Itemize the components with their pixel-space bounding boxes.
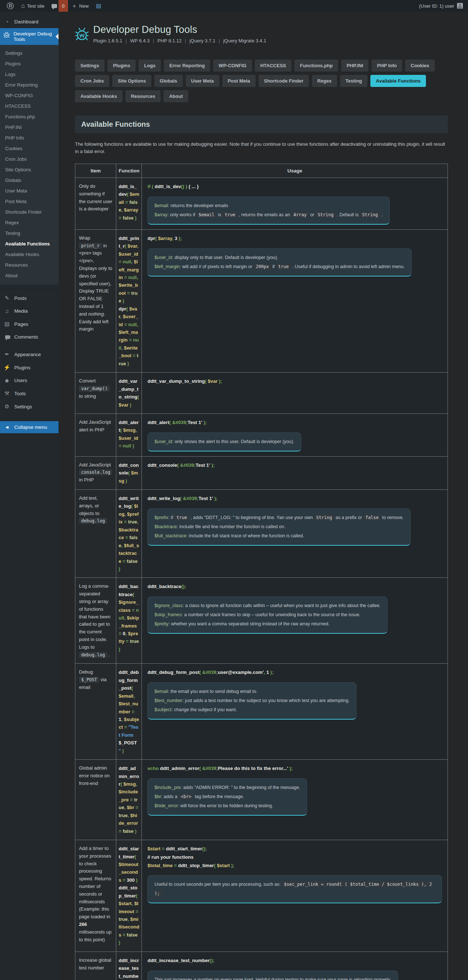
docs-book-button[interactable]: ▤ — [93, 0, 105, 12]
sidebar-subitem-testing[interactable]: Testing — [0, 228, 59, 239]
tab-error-reporting[interactable]: Error Reporting — [164, 59, 210, 72]
tab-shortcode-finder[interactable]: Shortcode Finder — [259, 75, 309, 87]
text-segment: : whether you want a comma separated str… — [169, 621, 330, 627]
usage-code-line: dpr( $array, 3 ); — [147, 234, 442, 243]
sidebar-subitem-php-ini[interactable]: PHP.INI — [0, 122, 59, 133]
sidebar-subitem-resources[interactable]: Resources — [0, 260, 59, 270]
sidebar-item-plugins[interactable]: ⚡Plugins — [0, 361, 59, 374]
tab-resources[interactable]: Resources — [125, 90, 161, 102]
sidebar-subitem-post-meta[interactable]: Post Meta — [0, 196, 59, 207]
tab-available-hooks[interactable]: Available Hooks — [75, 90, 123, 102]
sidebar-item-posts[interactable]: ✎Posts — [0, 291, 59, 305]
text-segment: if — [271, 264, 276, 269]
bug-logo-icon — [75, 27, 89, 41]
text-segment: ) — [121, 748, 124, 754]
tab-logs[interactable]: Logs — [139, 59, 161, 72]
version-item: PHP 8.1.12 — [158, 38, 182, 43]
text-segment: $user_id — [118, 435, 138, 441]
sidebar-subitem-available-hooks[interactable]: Available Hooks — [0, 249, 59, 260]
comments-icon — [3, 334, 11, 340]
item-cell: Only do something if the current user is… — [75, 178, 116, 230]
sidebar-subitem-available-functions[interactable]: Available Functions — [0, 239, 59, 249]
table-header-row: ItemFunctionUsage — [75, 164, 448, 178]
account-menu[interactable]: (User ID: 1) user — [419, 3, 463, 9]
sidebar-subitem-globals[interactable]: Globals — [0, 175, 59, 186]
sidebar-subitem-php-info[interactable]: PHP Info — [0, 133, 59, 143]
tab-post-meta[interactable]: Post Meta — [222, 75, 256, 87]
sidebar-subitem-shortcode-finder[interactable]: Shortcode Finder — [0, 207, 59, 217]
wordpress-logo-menu[interactable]: Ⓡ — [3, 0, 18, 12]
text-segment: ); — [289, 765, 293, 771]
sidebar-item-media[interactable]: ♫Media — [0, 305, 59, 317]
text-segment: 1 — [118, 717, 121, 722]
function-cell: ddtt_admin_error( $msg, $include_pre = t… — [116, 760, 142, 840]
sidebar-item-dashboard[interactable]: ◔ Dashboard — [0, 15, 59, 28]
sidebar-subitem-about[interactable]: About — [0, 270, 59, 281]
text-segment: = — [129, 797, 134, 802]
sidebar-subitem-wp-config[interactable]: WP-CONFIG — [0, 90, 59, 101]
inline-code-chip: String — [316, 212, 335, 218]
inline-code-chip: var_dump() — [79, 386, 110, 391]
tab-cron-jobs[interactable]: Cron Jobs — [75, 75, 109, 87]
sidebar-subitem-functions-php[interactable]: Functions.php — [0, 111, 59, 122]
tab-cookies[interactable]: Cookies — [405, 59, 435, 72]
text-segment: Add JavaScript alert in PHP — [79, 419, 111, 433]
tab-php-ini[interactable]: PHP.INI — [341, 59, 369, 72]
comments-admin-link[interactable] — [48, 0, 59, 12]
tab-available-functions[interactable]: Available Functions — [371, 75, 426, 87]
sidebar-subitem-settings[interactable]: Settings — [0, 48, 59, 59]
tab-globals[interactable]: Globals — [154, 75, 183, 87]
sidebar-subitem-regex[interactable]: Regex — [0, 217, 59, 228]
sidebar-subitem-plugins[interactable]: Plugins — [0, 59, 59, 69]
tab-site-options[interactable]: Site Options — [112, 75, 152, 87]
text-segment: ( — [199, 670, 202, 675]
sidebar-item-developer-debug-tools[interactable]: Developer Debug Tools — [0, 28, 59, 45]
tab-testing[interactable]: Testing — [340, 75, 367, 87]
text-segment: = — [134, 909, 138, 914]
sidebar-subitem-logs[interactable]: Logs — [0, 69, 59, 80]
sidebar-subitem-cron-jobs[interactable]: Cron Jobs — [0, 154, 59, 164]
usage-cell: echo ddtt_admin_error( &#039;Please do t… — [142, 760, 448, 840]
menu-label: Collapse menu — [14, 425, 47, 430]
text-segment: &#039; — [202, 670, 218, 675]
text-segment: ); — [204, 420, 207, 425]
sidebar-subitem-cookies[interactable]: Cookies — [0, 143, 59, 154]
text-segment: : include the full stack trace of where … — [186, 533, 304, 538]
note-line: $full_stacktrace: include the full stack… — [154, 531, 404, 541]
tools-icon: ⚒ — [3, 390, 11, 397]
tab-plugins[interactable]: Plugins — [107, 59, 136, 72]
sidebar-item-appearance[interactable]: ✒Appearance — [0, 348, 59, 361]
sidebar-item-tools[interactable]: ⚒Tools — [0, 387, 59, 400]
text-segment: $var — [208, 379, 217, 384]
sidebar-item-users[interactable]: ☻Users — [0, 374, 59, 387]
note-line: $pretty: whether you want a comma separa… — [154, 619, 380, 628]
tab-php-info[interactable]: PHP Info — [372, 59, 402, 72]
tab-htaccess[interactable]: HTACCESS — [255, 59, 292, 72]
sidebar-subitem-user-meta[interactable]: User Meta — [0, 186, 59, 196]
tab-regex[interactable]: Regex — [312, 75, 337, 87]
tab-functions-php[interactable]: Functions.php — [294, 59, 338, 72]
text-segment: : will add # of pixels to left margin or — [179, 264, 253, 269]
text-segment: ddtt_increase_test_number — [118, 958, 139, 980]
comment-count-badge[interactable]: 0 — [59, 0, 68, 12]
sidebar-subitem-htaccess[interactable]: HTACCESS — [0, 101, 59, 111]
tab-about[interactable]: About — [163, 90, 188, 102]
tab-user-meta[interactable]: User Meta — [186, 75, 219, 87]
new-content-button[interactable]: ＋ New — [68, 0, 93, 12]
page-header: Developer Debug Tools Plugin 1.6.5.1|WP … — [75, 12, 448, 43]
item-cell: Add JavaScript alert in PHP — [75, 414, 116, 456]
note-line: $ignore_class: a class to ignore all fun… — [154, 601, 380, 610]
tab-wp-config[interactable]: WP-CONFIG — [213, 59, 252, 72]
sidebar-subitem-site-options[interactable]: Site Options — [0, 164, 59, 175]
sidebar-item-pages[interactable]: ▤Pages — [0, 317, 59, 331]
sidebar-item-comments[interactable]: Comments — [0, 331, 59, 344]
column-header-function: Function — [116, 164, 142, 178]
tab-settings[interactable]: Settings — [75, 59, 105, 72]
text-segment: = — [121, 932, 127, 938]
note-line: This just increases a number on every pa… — [154, 975, 391, 980]
site-name-link[interactable]: ⌂ Test site — [18, 0, 48, 12]
item-cell: Add text, arrays, or objects to debug.lo… — [75, 490, 116, 578]
sidebar-subitem-error-reporting[interactable]: Error Reporting — [0, 80, 59, 90]
collapse-menu-button[interactable]: ◀ Collapse menu — [0, 421, 59, 433]
sidebar-item-settings[interactable]: ⚙Settings — [0, 400, 59, 413]
